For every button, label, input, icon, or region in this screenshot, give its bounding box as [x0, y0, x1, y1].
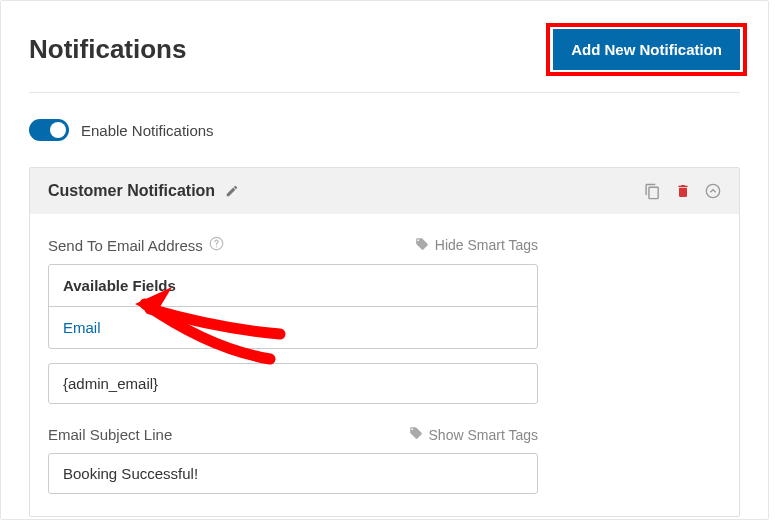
available-fields-dropdown: Available Fields Email — [48, 264, 538, 349]
pencil-icon[interactable] — [225, 184, 239, 198]
send-to-label: Send To Email Address — [48, 237, 203, 254]
divider — [29, 92, 740, 93]
copy-icon[interactable] — [644, 183, 661, 200]
subject-line-input[interactable] — [48, 453, 538, 494]
show-smart-tags-link[interactable]: Show Smart Tags — [409, 426, 538, 443]
help-icon[interactable] — [209, 236, 224, 254]
email-field-option[interactable]: Email — [49, 307, 537, 348]
chevron-up-icon[interactable] — [705, 183, 721, 199]
toggle-knob — [50, 122, 66, 138]
svg-point-0 — [706, 184, 719, 197]
tag-icon — [409, 426, 423, 443]
add-new-notification-label: Add New Notification — [571, 41, 722, 58]
enable-notifications-toggle[interactable] — [29, 119, 69, 141]
send-to-email-input[interactable] — [48, 363, 538, 404]
tag-icon — [415, 237, 429, 254]
page-title: Notifications — [29, 34, 186, 65]
add-new-notification-button[interactable]: Add New Notification — [553, 29, 740, 70]
panel-header: Customer Notification — [30, 168, 739, 214]
hide-smart-tags-label: Hide Smart Tags — [435, 237, 538, 253]
subject-line-label: Email Subject Line — [48, 426, 172, 443]
available-fields-header: Available Fields — [49, 265, 537, 307]
notification-panel: Customer Notification Send — [29, 167, 740, 517]
show-smart-tags-label: Show Smart Tags — [429, 427, 538, 443]
panel-title: Customer Notification — [48, 182, 215, 200]
hide-smart-tags-link[interactable]: Hide Smart Tags — [415, 237, 538, 254]
trash-icon[interactable] — [675, 183, 691, 199]
enable-notifications-label: Enable Notifications — [81, 122, 214, 139]
svg-point-2 — [216, 246, 217, 247]
